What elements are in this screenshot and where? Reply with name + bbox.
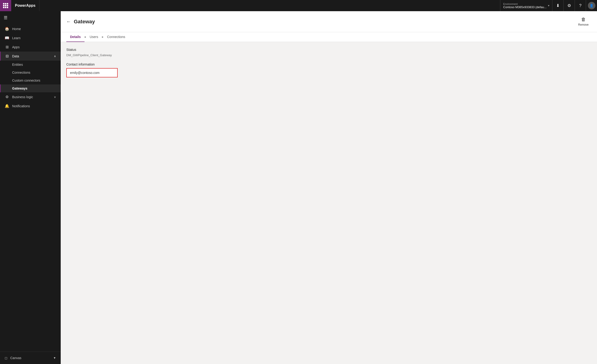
settings-button[interactable]: ⚙ [563,0,574,11]
status-label: Status [66,48,591,52]
entities-label: Entities [12,63,23,67]
waffle-icon [3,3,8,8]
gateways-label: Gateways [12,86,27,90]
sidebar-item-apps[interactable]: ⊞ Apps [0,42,61,52]
main-layout: ☰ 🏠 Home 📖 Learn ⊞ Apps ⊟ Data ∧ Entitie… [0,11,597,364]
learn-icon: 📖 [5,36,9,40]
environment-label: Environment [503,3,547,5]
sidebar-item-home[interactable]: 🏠 Home [0,24,61,33]
sidebar-item-notifications[interactable]: 🔔 Notifications [0,101,61,111]
app-logo: PowerApps [11,0,39,11]
waffle-button[interactable] [0,0,11,11]
tab-details-label: Details [70,35,81,39]
status-value: DM_GWPipeline_Client_Gateway [66,53,591,57]
gear-icon: ⚙ [567,3,571,8]
content-area: ← Gateway 🗑 Remove Details Users Connect… [61,11,597,364]
tab-users-label: Users [90,35,98,39]
sidebar-item-label: Business logic [12,95,33,99]
app-name: PowerApps [15,3,35,8]
custom-connectors-label: Custom connectors [12,79,40,82]
canvas-chevron-icon: ▼ [53,356,56,360]
data-icon: ⊟ [5,54,9,58]
home-icon: 🏠 [5,27,9,31]
sidebar-item-business-logic[interactable]: ⚙ Business logic ∨ [0,92,61,101]
sidebar-sub-item-entities[interactable]: Entities [0,61,61,68]
sidebar-footer-canvas[interactable]: ◻ Canvas ▼ [0,354,61,362]
hamburger-icon: ☰ [4,15,8,20]
help-button[interactable]: ? [574,0,586,11]
tabs-bar: Details Users Connections [61,32,597,42]
environment-selector[interactable]: Environment Contoso M365x933833 (defau..… [500,0,552,11]
environment-value: Contoso M365x933833 (defau... [503,5,547,9]
tab-connections[interactable]: Connections [103,32,129,42]
back-arrow-icon: ← [66,19,71,24]
sidebar-sub-item-connections[interactable]: Connections [0,68,61,76]
sidebar-footer: ◻ Canvas ▼ [0,352,61,364]
canvas-icon: ◻ [5,356,8,360]
sidebar-item-label: Home [12,27,21,31]
apps-icon: ⊞ [5,45,9,49]
download-icon: ⬇ [556,3,560,8]
contact-info-label: Contact information [66,62,591,66]
sidebar: ☰ 🏠 Home 📖 Learn ⊞ Apps ⊟ Data ∧ Entitie… [0,11,61,364]
sidebar-item-label: Learn [12,36,21,40]
contact-email-input[interactable] [66,68,118,77]
tab-connections-label: Connections [107,35,125,39]
sidebar-item-label: Notifications [12,104,30,108]
tab-details[interactable]: Details [66,32,85,42]
tab-users[interactable]: Users [86,32,102,42]
back-button[interactable]: ← [66,19,71,24]
page-title: Gateway [74,19,573,25]
trash-icon: 🗑 [581,17,586,22]
sidebar-sub-item-custom-connectors[interactable]: Custom connectors [0,76,61,84]
help-icon: ? [579,3,581,8]
connections-label: Connections [12,71,30,74]
remove-label: Remove [578,23,589,26]
sidebar-sub-item-gateways[interactable]: Gateways [0,84,61,92]
avatar: 👤 [588,2,595,9]
sidebar-item-label: Data [12,54,19,58]
business-logic-icon: ⚙ [5,95,9,99]
menu-toggle-button[interactable]: ☰ [0,12,11,23]
notifications-icon: 🔔 [5,104,9,108]
page-header: ← Gateway 🗑 Remove [61,11,597,32]
sidebar-item-data[interactable]: ⊟ Data ∧ [0,52,61,61]
topbar: PowerApps Environment Contoso M365x93383… [0,0,597,11]
download-button[interactable]: ⬇ [552,0,563,11]
sidebar-item-learn[interactable]: 📖 Learn [0,33,61,42]
environment-chevron-icon: ▾ [548,4,549,7]
data-expand-icon: ∧ [54,54,56,58]
avatar-icon: 👤 [589,4,594,8]
user-avatar-button[interactable]: 👤 [586,0,597,11]
content-body: Status DM_GWPipeline_Client_Gateway Cont… [61,42,597,364]
canvas-label: Canvas [10,356,21,360]
business-logic-expand-icon: ∨ [54,95,56,99]
remove-button[interactable]: 🗑 Remove [575,15,591,28]
sidebar-item-label: Apps [12,45,20,49]
